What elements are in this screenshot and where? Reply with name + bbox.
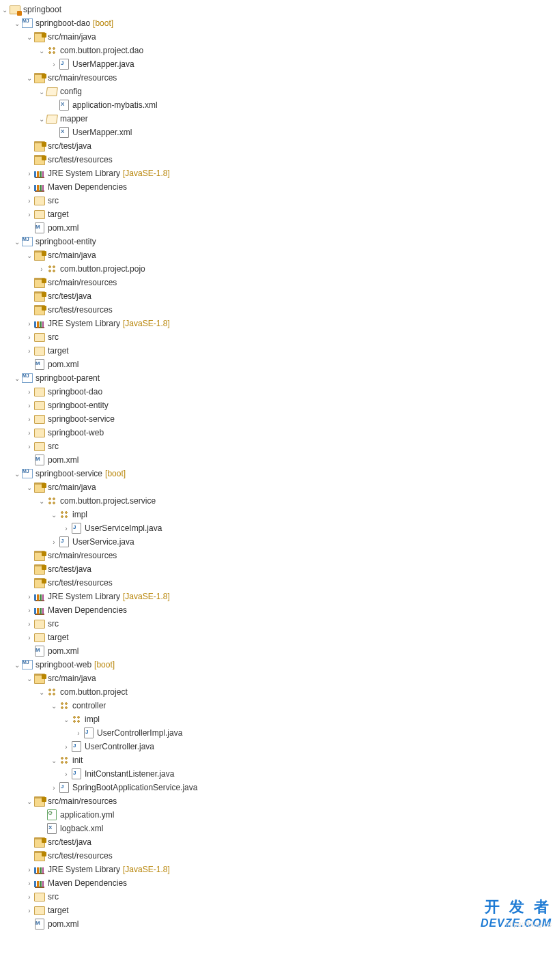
expand-arrow-closed-icon[interactable]: › [25,592,34,601]
tree-row[interactable]: ›src/test/resources [0,153,557,167]
expand-arrow-open-icon[interactable]: ⌄ [12,237,22,246]
expand-arrow-closed-icon[interactable]: › [25,210,34,219]
expand-arrow-open-icon[interactable]: ⌄ [25,32,34,42]
tree-row[interactable]: ›SpringBootApplicationService.java [0,781,557,794]
expand-arrow-closed-icon[interactable]: › [49,783,59,792]
tree-row[interactable]: ›target [0,631,557,644]
tree-row[interactable]: ›Maven Dependencies [0,876,557,890]
expand-arrow-closed-icon[interactable]: › [37,264,46,274]
expand-arrow-open-icon[interactable]: ⌄ [25,674,34,683]
expand-arrow-closed-icon[interactable]: › [49,537,59,547]
tree-row[interactable]: ⌄springboot-entity [0,235,557,248]
tree-row[interactable]: ⌄controller [0,699,557,712]
expand-arrow-open-icon[interactable]: ⌄ [12,660,22,669]
expand-arrow-closed-icon[interactable]: › [49,59,59,69]
expand-arrow-open-icon[interactable]: ⌄ [12,373,22,383]
tree-row[interactable]: ›Maven Dependencies [0,180,557,194]
expand-arrow-open-icon[interactable]: ⌄ [49,510,59,519]
tree-row[interactable]: ›pom.xml [0,917,557,931]
expand-arrow-closed-icon[interactable]: › [25,906,34,915]
expand-arrow-closed-icon[interactable]: › [25,605,34,615]
expand-arrow-open-icon[interactable]: ⌄ [61,715,71,724]
tree-row[interactable]: ›InitConstantListener.java [0,767,557,781]
expand-arrow-open-icon[interactable]: ⌄ [37,496,46,506]
expand-arrow-closed-icon[interactable]: › [25,865,34,874]
tree-row[interactable]: ›src/test/java [0,562,557,576]
expand-arrow-closed-icon[interactable]: › [61,769,71,779]
tree-row[interactable]: ›JRE System Library[JavaSE-1.8] [0,863,557,876]
expand-arrow-open-icon[interactable]: ⌄ [37,87,46,96]
tree-row[interactable]: ›com.button.project.pojo [0,262,557,276]
expand-arrow-closed-icon[interactable]: › [61,742,71,751]
tree-row[interactable]: ⌄src/main/resources [0,71,557,85]
expand-arrow-closed-icon[interactable]: › [25,332,34,342]
tree-row[interactable]: ›pom.xml [0,644,557,658]
tree-row[interactable]: ⌄impl [0,712,557,726]
expand-arrow-open-icon[interactable]: ⌄ [49,755,59,765]
expand-arrow-open-icon[interactable]: ⌄ [37,687,46,697]
tree-row[interactable]: ⌄com.button.project.dao [0,44,557,57]
expand-arrow-closed-icon[interactable]: › [61,523,71,533]
expand-arrow-open-icon[interactable]: ⌄ [49,701,59,710]
tree-row[interactable]: ›pom.xml [0,358,557,371]
tree-row[interactable]: ›target [0,904,557,917]
tree-row[interactable]: ›JRE System Library[JavaSE-1.8] [0,317,557,330]
expand-arrow-closed-icon[interactable]: › [25,401,34,410]
tree-row[interactable]: ›src [0,330,557,344]
expand-arrow-closed-icon[interactable]: › [25,196,34,205]
expand-arrow-closed-icon[interactable]: › [25,169,34,178]
tree-row[interactable]: ⌄springboot-web[boot] [0,658,557,672]
expand-arrow-open-icon[interactable]: ⌄ [25,250,34,260]
tree-row[interactable]: ⌄springboot [0,3,557,16]
expand-arrow-open-icon[interactable]: ⌄ [12,469,22,478]
tree-row[interactable]: ⌄src/main/java [0,30,557,44]
tree-row[interactable]: ›src/test/resources [0,849,557,863]
tree-row[interactable]: ›src [0,194,557,207]
tree-row[interactable]: ›application.yml [0,808,557,822]
expand-arrow-open-icon[interactable]: ⌄ [25,796,34,806]
expand-arrow-open-icon[interactable]: ⌄ [37,46,46,55]
tree-row[interactable]: ⌄init [0,753,557,767]
tree-row[interactable]: ›UserController.java [0,740,557,753]
expand-arrow-closed-icon[interactable]: › [25,892,34,902]
expand-arrow-closed-icon[interactable]: › [25,442,34,451]
tree-row[interactable]: ›pom.xml [0,453,557,467]
expand-arrow-open-icon[interactable]: ⌄ [37,114,46,124]
tree-row[interactable]: ›pom.xml [0,221,557,235]
tree-row[interactable]: ⌄springboot-dao[boot] [0,16,557,30]
tree-row[interactable]: ›springboot-service [0,412,557,426]
tree-row[interactable]: ›src/test/java [0,289,557,303]
tree-row[interactable]: ›src/test/resources [0,576,557,590]
tree-row[interactable]: ›UserService.java [0,535,557,549]
tree-row[interactable]: ›UserMapper.xml [0,126,557,139]
tree-row[interactable]: ⌄springboot-parent [0,371,557,385]
expand-arrow-closed-icon[interactable]: › [25,414,34,424]
tree-row[interactable]: ⌄impl [0,508,557,521]
tree-row[interactable]: ›src/main/resources [0,549,557,562]
tree-row[interactable]: ⌄config [0,85,557,98]
expand-arrow-closed-icon[interactable]: › [25,428,34,437]
tree-row[interactable]: ⌄com.button.project.service [0,494,557,508]
tree-row[interactable]: ›src [0,890,557,904]
expand-arrow-closed-icon[interactable]: › [25,182,34,192]
tree-row[interactable]: ⌄mapper [0,112,557,126]
tree-row[interactable]: ›UserControllerImpl.java [0,726,557,740]
tree-row[interactable]: ›springboot-dao [0,385,557,399]
expand-arrow-closed-icon[interactable]: › [74,728,83,738]
tree-row[interactable]: ›target [0,207,557,221]
tree-row[interactable]: ›application-mybatis.xml [0,98,557,112]
tree-row[interactable]: ›UserMapper.java [0,57,557,71]
tree-row[interactable]: ›src/test/java [0,139,557,153]
expand-arrow-closed-icon[interactable]: › [25,346,34,356]
expand-arrow-open-icon[interactable]: ⌄ [25,73,34,83]
tree-row[interactable]: ⌄com.button.project [0,685,557,699]
tree-row[interactable]: ›JRE System Library[JavaSE-1.8] [0,167,557,180]
expand-arrow-closed-icon[interactable]: › [25,878,34,888]
tree-row[interactable]: ›logback.xml [0,822,557,835]
expand-arrow-closed-icon[interactable]: › [25,319,34,328]
expand-arrow-closed-icon[interactable]: › [25,619,34,629]
expand-arrow-open-icon[interactable]: ⌄ [0,5,10,14]
tree-row[interactable]: ›springboot-entity [0,399,557,412]
tree-row[interactable]: ⌄src/main/java [0,480,557,494]
tree-row[interactable]: ›src [0,617,557,631]
